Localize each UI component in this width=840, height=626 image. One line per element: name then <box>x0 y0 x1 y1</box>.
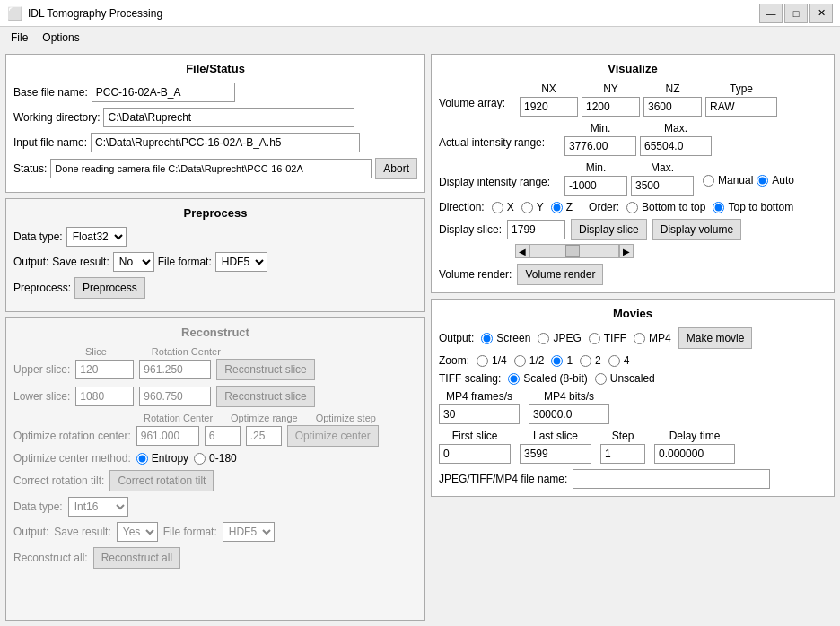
abort-button[interactable]: Abort <box>375 158 417 179</box>
manual-radio-group[interactable]: Manual <box>703 174 753 187</box>
output-label: Output: <box>13 256 48 268</box>
screen-radio[interactable] <box>481 333 493 344</box>
status-input[interactable] <box>50 159 372 178</box>
recon-data-type-select[interactable]: Int16 Float32 <box>68 497 128 517</box>
dir-y-group[interactable]: Y <box>521 201 544 213</box>
entropy-radio-group[interactable]: Entropy <box>136 452 188 465</box>
display-min-input[interactable] <box>564 176 627 196</box>
jpeg-filename-input[interactable] <box>573 469 770 489</box>
ny-input[interactable] <box>582 97 640 117</box>
mp4-bits-input[interactable] <box>529 404 609 424</box>
screen-radio-group[interactable]: Screen <box>481 332 530 344</box>
dir-z-radio[interactable] <box>551 202 563 213</box>
minimize-button[interactable]: — <box>759 4 783 23</box>
display-slice-input[interactable] <box>507 220 565 239</box>
input-file-input[interactable] <box>91 133 360 152</box>
top-to-bottom-radio[interactable] <box>713 202 724 213</box>
zoom-1-radio[interactable] <box>551 355 563 367</box>
save-result-select[interactable]: No Yes <box>113 252 154 272</box>
scaled-radio-group[interactable]: Scaled (8-bit) <box>508 372 587 385</box>
bottom-to-top-group[interactable]: Bottom to top <box>626 201 705 213</box>
dir-x-group[interactable]: X <box>492 201 514 213</box>
range-radio-group[interactable]: 0-180 <box>194 452 237 465</box>
optimize-center-btn[interactable]: Optimize center <box>287 425 379 447</box>
zoom-1-4-radio[interactable] <box>477 355 488 367</box>
upper-reconstruct-btn[interactable]: Reconstruct slice <box>216 359 314 380</box>
file-format-select[interactable]: HDF5 TIFF <box>215 252 267 272</box>
optimize-step-input[interactable] <box>246 426 282 446</box>
last-slice-input[interactable] <box>520 444 591 464</box>
preprocess-button[interactable]: Preprocess <box>74 277 145 299</box>
lower-rotation-input[interactable] <box>139 387 211 406</box>
auto-radio-group[interactable]: Auto <box>757 174 794 187</box>
zoom-4-group[interactable]: 4 <box>608 354 630 367</box>
lower-slice-input[interactable] <box>75 387 134 406</box>
make-movie-btn[interactable]: Make movie <box>678 327 753 349</box>
mp4-radio[interactable] <box>634 333 645 344</box>
scaled-radio[interactable] <box>508 373 520 385</box>
menu-file[interactable]: File <box>4 30 35 46</box>
reconstruct-all-btn[interactable]: Reconstruct all <box>93 547 180 569</box>
actual-intensity-group: Actual intensity range: Min. Max. <box>439 122 827 156</box>
zoom-1-group[interactable]: 1 <box>551 354 573 367</box>
bottom-to-top-radio[interactable] <box>626 202 638 213</box>
top-to-bottom-group[interactable]: Top to bottom <box>713 201 793 213</box>
unscaled-radio-group[interactable]: Unscaled <box>595 372 655 385</box>
upper-rotation-input[interactable] <box>139 360 211 379</box>
unscaled-radio[interactable] <box>595 373 607 385</box>
menu-options[interactable]: Options <box>35 30 86 46</box>
working-dir-input[interactable] <box>103 108 354 127</box>
reconstruct-title: Reconstruct <box>13 326 417 339</box>
display-volume-btn[interactable]: Display volume <box>652 219 741 240</box>
jpeg-label: JPEG <box>553 332 581 344</box>
slider-left-arrow[interactable]: ◀ <box>515 244 529 258</box>
actual-min-input[interactable] <box>564 136 636 156</box>
jpeg-radio-group[interactable]: JPEG <box>538 332 581 344</box>
optimize-rotation-input[interactable] <box>136 426 199 446</box>
zoom-2-group[interactable]: 2 <box>580 354 601 367</box>
tiff-radio[interactable] <box>589 333 600 344</box>
manual-radio[interactable] <box>703 175 714 187</box>
slider-right-arrow[interactable]: ▶ <box>619 244 634 258</box>
display-max-input[interactable] <box>631 176 694 196</box>
mp4-radio-group[interactable]: MP4 <box>634 332 671 344</box>
first-slice-input[interactable] <box>439 444 511 464</box>
tiff-radio-group[interactable]: TIFF <box>589 332 626 344</box>
upper-slice-input[interactable] <box>75 360 134 379</box>
maximize-button[interactable]: □ <box>784 4 808 23</box>
base-file-input[interactable] <box>92 83 235 102</box>
dir-x-radio[interactable] <box>492 202 503 213</box>
step-input[interactable] <box>600 444 645 464</box>
zoom-4-radio[interactable] <box>608 355 620 367</box>
input-file-row: Input file name: <box>13 133 417 152</box>
volume-render-btn[interactable]: Volume render <box>517 264 603 285</box>
nz-input[interactable] <box>643 97 702 117</box>
recon-file-format-label: File format: <box>163 526 217 538</box>
slider-track[interactable] <box>529 244 619 258</box>
dir-y-radio[interactable] <box>521 202 533 213</box>
recon-save-select[interactable]: Yes No <box>117 522 158 542</box>
entropy-radio[interactable] <box>136 453 148 465</box>
delay-input[interactable] <box>654 444 735 464</box>
data-type-select[interactable]: Float32 Int16 Int32 <box>66 227 127 247</box>
lower-reconstruct-btn[interactable]: Reconstruct slice <box>216 386 314 407</box>
zoom-1-2-group[interactable]: 1/2 <box>514 354 545 367</box>
zoom-1-4-group[interactable]: 1/4 <box>477 354 507 367</box>
recon-file-format-select[interactable]: HDF5 TIFF <box>223 522 275 542</box>
auto-radio[interactable] <box>757 175 768 187</box>
jpeg-radio[interactable] <box>538 333 549 344</box>
optimize-range-input[interactable] <box>205 426 241 446</box>
zoom-2-radio[interactable] <box>580 355 591 367</box>
delay-label: Delay time <box>654 430 735 442</box>
display-slice-btn[interactable]: Display slice <box>571 219 647 240</box>
dir-z-group[interactable]: Z <box>551 201 573 213</box>
nx-input[interactable] <box>520 97 578 117</box>
display-min-group: Min. <box>564 161 627 196</box>
range-radio[interactable] <box>194 453 206 465</box>
zoom-1-2-radio[interactable] <box>514 355 526 367</box>
correct-tilt-btn[interactable]: Correct rotation tilt <box>109 470 214 491</box>
close-button[interactable]: ✕ <box>809 4 833 23</box>
actual-max-input[interactable] <box>640 136 712 156</box>
type-input[interactable] <box>705 97 777 117</box>
mp4-frames-input[interactable] <box>439 404 520 424</box>
